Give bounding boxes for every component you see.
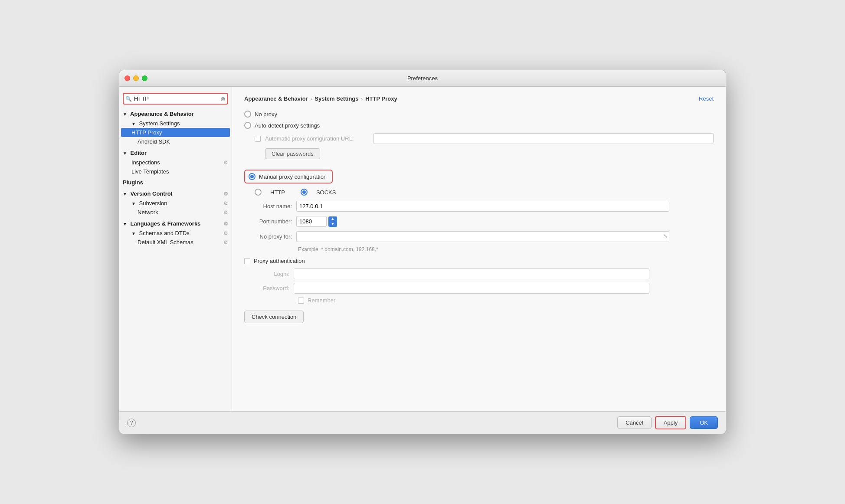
socks-radio[interactable] xyxy=(301,189,308,196)
sidebar-item-languages-frameworks[interactable]: ▼ Languages & Frameworks ⚙ xyxy=(119,219,232,229)
sidebar-item-version-control[interactable]: ▼ Version Control ⚙ xyxy=(119,189,232,199)
manual-proxy-row: Manual proxy configuration xyxy=(244,170,333,183)
arrow-icon: ▼ xyxy=(123,112,127,117)
reset-button[interactable]: Reset xyxy=(699,95,714,102)
close-button[interactable] xyxy=(124,75,130,81)
auto-detect-radio[interactable] xyxy=(244,122,251,129)
auto-detect-label: Auto-detect proxy settings xyxy=(255,122,320,129)
live-templates-label: Live Templates xyxy=(131,168,169,175)
window-title: Preferences xyxy=(407,75,438,82)
manual-proxy-label: Manual proxy configuration xyxy=(259,173,327,180)
arrow-icon: ▼ xyxy=(123,151,127,156)
breadcrumb-current: HTTP Proxy xyxy=(365,95,397,102)
bottom-bar: ? Cancel Apply OK xyxy=(119,411,726,434)
socks-label: SOCKS xyxy=(316,189,336,196)
proxy-auth-row: Proxy authentication xyxy=(244,258,714,264)
port-decrement[interactable]: ▼ xyxy=(328,222,337,227)
sidebar: 🔍 HTTP ⊗ ▼ Appearance & Behavior ▼ Syste… xyxy=(119,87,232,411)
sidebar-item-live-templates[interactable]: Live Templates xyxy=(119,167,232,176)
sidebar-item-schemas-dtds[interactable]: ▼ Schemas and DTDs ⚙ xyxy=(119,229,232,238)
breadcrumb-arrow1: › xyxy=(311,96,312,101)
ok-button[interactable]: OK xyxy=(690,416,718,429)
no-proxy-for-input[interactable] xyxy=(296,231,669,242)
preferences-window: Preferences 🔍 HTTP ⊗ ▼ Appearance & Beha… xyxy=(119,70,726,434)
minimize-button[interactable] xyxy=(133,75,139,81)
auto-url-label: Automatic proxy configuration URL: xyxy=(265,135,369,142)
sidebar-item-plugins[interactable]: Plugins xyxy=(119,178,232,187)
port-spinner[interactable]: ▲ ▼ xyxy=(328,216,337,227)
port-input[interactable] xyxy=(296,216,327,227)
no-proxy-for-row: No proxy for: ⤡ xyxy=(244,231,714,242)
no-proxy-radio[interactable] xyxy=(244,111,251,118)
login-input[interactable] xyxy=(294,268,649,279)
breadcrumb-part2: System Settings xyxy=(314,95,358,102)
auto-url-checkbox[interactable] xyxy=(255,136,261,142)
example-text: Example: *.domain.com, 192.168.* xyxy=(298,246,714,252)
http-radio[interactable] xyxy=(255,189,262,196)
no-proxy-label: No proxy xyxy=(255,111,277,118)
auto-url-input[interactable] xyxy=(373,133,714,144)
search-box: 🔍 HTTP ⊗ xyxy=(123,93,228,105)
port-field-row: Port number: ▲ ▼ xyxy=(244,216,714,227)
config-icon: ⚙ xyxy=(223,191,228,197)
network-label: Network xyxy=(138,209,158,216)
help-button[interactable]: ? xyxy=(127,419,136,427)
config-icon: ⚙ xyxy=(223,160,228,166)
titlebar: Preferences xyxy=(119,70,726,87)
search-icon: 🔍 xyxy=(125,96,132,102)
check-connection-button[interactable]: Check connection xyxy=(244,311,304,323)
port-label: Port number: xyxy=(244,218,292,225)
clear-passwords-button[interactable]: Clear passwords xyxy=(265,148,320,159)
host-label: Host name: xyxy=(244,203,292,209)
inspections-label: Inspections xyxy=(131,159,160,166)
http-label: HTTP xyxy=(270,189,285,196)
expand-icon[interactable]: ⤡ xyxy=(663,233,668,239)
auto-detect-row: Auto-detect proxy settings xyxy=(244,122,714,129)
sidebar-item-http-proxy[interactable]: HTTP Proxy xyxy=(121,128,230,137)
sidebar-item-system-settings[interactable]: ▼ System Settings xyxy=(119,119,232,128)
arrow-icon: ▼ xyxy=(131,121,136,126)
config-icon: ⚙ xyxy=(223,209,228,216)
apply-button[interactable]: Apply xyxy=(655,416,687,429)
remember-row: Remember xyxy=(244,297,714,304)
main-content: 🔍 HTTP ⊗ ▼ Appearance & Behavior ▼ Syste… xyxy=(119,87,726,411)
remember-label: Remember xyxy=(308,297,335,304)
sidebar-item-android-sdk[interactable]: Android SDK xyxy=(119,137,232,146)
arrow-icon: ▼ xyxy=(131,231,136,236)
sidebar-item-subversion[interactable]: ▼ Subversion ⚙ xyxy=(119,199,232,208)
password-label: Password: xyxy=(255,285,289,291)
breadcrumb-arrow2: › xyxy=(361,96,363,101)
cancel-button[interactable]: Cancel xyxy=(617,416,651,429)
password-row: Password: xyxy=(244,283,714,294)
appearance-label: Appearance & Behavior xyxy=(130,111,194,117)
remember-checkbox[interactable] xyxy=(298,298,304,304)
sidebar-item-appearance[interactable]: ▼ Appearance & Behavior xyxy=(119,109,232,119)
host-field-row: Host name: xyxy=(244,201,714,212)
arrow-icon: ▼ xyxy=(131,201,136,206)
no-proxy-for-wrapper: ⤡ xyxy=(296,231,669,242)
sidebar-item-default-xml[interactable]: Default XML Schemas ⚙ xyxy=(119,238,232,247)
arrow-icon: ▼ xyxy=(123,222,127,226)
traffic-lights xyxy=(124,75,147,81)
search-clear-icon[interactable]: ⊗ xyxy=(220,96,226,102)
password-input[interactable] xyxy=(294,283,649,294)
no-proxy-for-label: No proxy for: xyxy=(244,233,292,240)
sidebar-item-network[interactable]: Network ⚙ xyxy=(119,208,232,217)
content-area: Appearance & Behavior › System Settings … xyxy=(232,87,726,411)
sidebar-item-inspections[interactable]: Inspections ⚙ xyxy=(119,158,232,167)
port-increment[interactable]: ▲ xyxy=(328,216,337,222)
login-label: Login: xyxy=(255,271,289,277)
host-input[interactable] xyxy=(296,201,669,212)
sidebar-item-editor[interactable]: ▼ Editor xyxy=(119,148,232,158)
search-input[interactable]: HTTP xyxy=(123,93,228,105)
breadcrumb: Appearance & Behavior › System Settings … xyxy=(244,95,714,102)
maximize-button[interactable] xyxy=(142,75,147,81)
proxy-auth-checkbox[interactable] xyxy=(244,258,250,264)
breadcrumb-part1: Appearance & Behavior xyxy=(244,95,308,102)
config-icon: ⚙ xyxy=(223,230,228,236)
auto-url-row: Automatic proxy configuration URL: xyxy=(244,133,714,144)
arrow-icon: ▼ xyxy=(123,192,127,196)
manual-proxy-radio[interactable] xyxy=(249,173,255,180)
login-row: Login: xyxy=(244,268,714,279)
config-icon: ⚙ xyxy=(223,221,228,227)
